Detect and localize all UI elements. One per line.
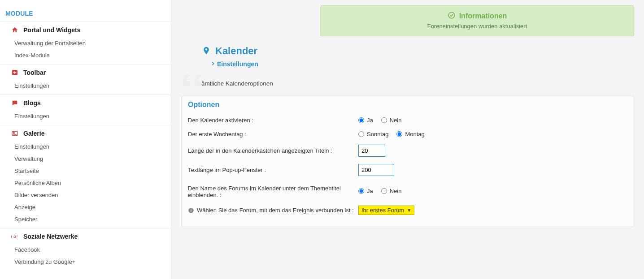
radio-weekday-monday[interactable]: Montag: [396, 131, 424, 137]
forum-select-value: Ihr erstes Forum: [361, 207, 404, 214]
row-first-weekday: Der erste Wochentag : Sonntag Montag: [188, 127, 627, 141]
sidebar-heading: MODULE: [0, 6, 171, 21]
comment-icon: [11, 99, 19, 107]
sidebar-group-blogs: Blogs Einstellungen: [0, 94, 171, 122]
breadcrumb-link-settings[interactable]: Einstellungen: [217, 60, 258, 68]
alert-success: Informationen Foreneinstellungen wurden …: [320, 5, 634, 36]
plus-square-icon: [11, 69, 19, 76]
form-label: Den Name des Forums im Kalender unter de…: [188, 183, 358, 198]
page-title-row: Kalender: [202, 45, 634, 57]
radio-label: Ja: [367, 117, 373, 124]
form-label-text: Wählen Sie das Forum, mit dem das Ereign…: [197, 207, 354, 214]
breadcrumb: Einstellungen: [211, 60, 634, 68]
quote-icon: [181, 70, 208, 93]
page-title: Kalender: [215, 45, 257, 57]
svg-point-6: [205, 48, 207, 50]
popup-length-input[interactable]: [358, 164, 394, 176]
radio-input[interactable]: [381, 117, 387, 123]
form-label: Der erste Wochentag :: [188, 131, 358, 137]
sidebar-item-google[interactable]: Verbindung zu Google+: [0, 256, 171, 268]
sidebar-item-galerie-personal[interactable]: Persönliche Alben: [0, 177, 171, 189]
svg-point-5: [448, 12, 455, 18]
sidebar: MODULE Portal und Widgets Verwaltung der…: [0, 0, 171, 279]
svg-text:G⁺: G⁺: [13, 235, 18, 239]
sidebar-group-title: Galerie: [23, 130, 44, 137]
sidebar-item-toolbar-settings[interactable]: Einstellungen: [0, 80, 171, 92]
title-length-input[interactable]: [358, 145, 385, 157]
svg-rect-8: [191, 210, 191, 211]
sidebar-group-title: Portal und Widgets: [23, 26, 80, 34]
sidebar-item-facebook[interactable]: Facebook: [0, 244, 171, 256]
sidebar-item-galerie-anzeige[interactable]: Anzeige: [0, 201, 171, 213]
form-label: Den Kalender aktivieren :: [188, 117, 358, 124]
sidebar-item-galerie-verwaltung[interactable]: Verwaltung: [0, 153, 171, 165]
sidebar-group-galerie: Galerie Einstellungen Verwaltung Startse…: [0, 125, 171, 225]
sidebar-group-title: Toolbar: [23, 69, 46, 76]
page-description-text: Sämtliche Kalenderoptionen: [197, 80, 634, 87]
map-pin-icon: [202, 46, 211, 57]
sidebar-item-portal-verwaltung[interactable]: Verwaltung der Portalseiten: [0, 37, 171, 49]
radio-label: Nein: [390, 117, 402, 124]
radio-label: Ja: [367, 188, 373, 194]
row-select-forum: Wählen Sie das Forum, mit dem das Ereign…: [188, 202, 627, 219]
sidebar-item-blogs-settings[interactable]: Einstellungen: [0, 110, 171, 122]
alert-message: Foreneinstellungen wurden aktualisiert: [325, 23, 629, 30]
sidebar-group-portal: Portal und Widgets Verwaltung der Portal…: [0, 21, 171, 61]
sidebar-group-header[interactable]: Blogs: [0, 94, 171, 110]
sidebar-item-index-module[interactable]: Index-Module: [0, 49, 171, 61]
panel-title: Optionen: [182, 96, 634, 112]
row-activate-calendar: Den Kalender aktivieren : Ja Nein: [188, 113, 627, 127]
form-label: Länge der in den Kalenderkästchen angeze…: [188, 147, 358, 154]
radio-weekday-sunday[interactable]: Sonntag: [358, 131, 388, 137]
sidebar-item-galerie-speicher[interactable]: Speicher: [0, 213, 171, 225]
radio-activate-no[interactable]: Nein: [381, 117, 402, 124]
check-circle-icon: [448, 11, 456, 21]
sidebar-item-galerie-senden[interactable]: Bilder versenden: [0, 189, 171, 201]
sidebar-group-header[interactable]: Galerie: [0, 125, 171, 141]
chevron-right-icon: [211, 61, 215, 68]
image-icon: [11, 130, 19, 137]
form-label: Textlänge im Pop-up-Fenster :: [188, 167, 358, 173]
row-popup-length: Textlänge im Pop-up-Fenster :: [188, 160, 627, 180]
radio-label: Montag: [405, 131, 424, 137]
radio-input[interactable]: [358, 117, 364, 123]
chevron-down-icon: ▼: [407, 208, 411, 213]
options-panel: Optionen Den Kalender aktivieren : Ja Ne…: [181, 96, 634, 227]
sidebar-group-social: fG⁺ Soziale Netzwerke Facebook Verbindun…: [0, 228, 171, 268]
form-label: Wählen Sie das Forum, mit dem das Ereign…: [188, 207, 358, 214]
radio-label: Sonntag: [367, 131, 388, 137]
sidebar-item-galerie-startseite[interactable]: Startseite: [0, 165, 171, 177]
forum-select[interactable]: Ihr erstes Forum ▼: [358, 206, 414, 215]
radio-activate-yes[interactable]: Ja: [358, 117, 373, 124]
svg-text:f: f: [11, 235, 12, 239]
sidebar-group-header[interactable]: Portal und Widgets: [0, 21, 171, 37]
sidebar-group-header[interactable]: Toolbar: [0, 64, 171, 80]
info-icon[interactable]: [188, 207, 194, 214]
alert-title: Informationen: [459, 12, 507, 20]
main-content: Informationen Foreneinstellungen wurden …: [171, 0, 644, 279]
sidebar-item-galerie-settings[interactable]: Einstellungen: [0, 141, 171, 153]
home-icon: [11, 26, 19, 34]
radio-input[interactable]: [381, 188, 387, 194]
radio-label: Nein: [390, 188, 402, 194]
radio-input[interactable]: [358, 188, 364, 194]
sidebar-group-toolbar: Toolbar Einstellungen: [0, 64, 171, 92]
radio-input[interactable]: [396, 131, 402, 137]
sidebar-group-header[interactable]: fG⁺ Soziale Netzwerke: [0, 228, 171, 244]
row-title-length: Länge der in den Kalenderkästchen angeze…: [188, 141, 627, 160]
sidebar-group-title: Soziale Netzwerke: [23, 233, 78, 240]
sidebar-group-title: Blogs: [23, 99, 41, 107]
radio-showforum-yes[interactable]: Ja: [358, 188, 373, 194]
social-icon: fG⁺: [11, 233, 19, 240]
radio-showforum-no[interactable]: Nein: [381, 188, 402, 194]
radio-input[interactable]: [358, 131, 364, 137]
svg-point-2: [13, 132, 15, 133]
page-description: Sämtliche Kalenderoptionen: [186, 80, 634, 87]
row-show-forum-name: Den Name des Forums im Kalender unter de…: [188, 180, 627, 202]
svg-rect-9: [191, 209, 191, 209]
